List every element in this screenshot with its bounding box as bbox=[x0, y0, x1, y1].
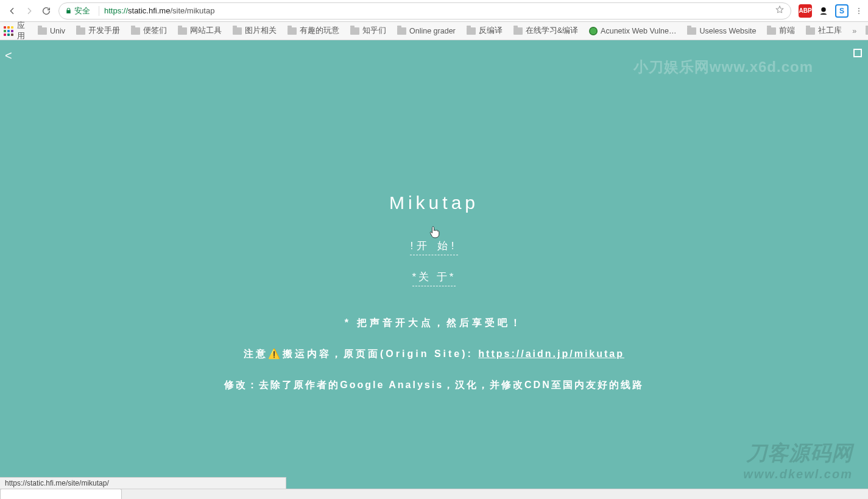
url-text: https://static.hfi.me/site/mikutap bbox=[104, 6, 214, 15]
folder-icon bbox=[866, 27, 868, 35]
svg-point-3 bbox=[858, 13, 859, 14]
bookmark-shegongku[interactable]: 社工库 bbox=[802, 24, 846, 38]
address-separator bbox=[99, 6, 99, 16]
os-taskbar bbox=[0, 489, 868, 499]
bookmarks-bar: 应用 Univ 开发手册 便签们 网站工具 图片相关 有趣的玩意 知乎们 Onl… bbox=[0, 22, 868, 40]
warning-icon: ⚠️ bbox=[268, 349, 283, 359]
folder-icon bbox=[767, 27, 776, 35]
hint-text: * 把声音开大点，然后享受吧！ bbox=[160, 317, 708, 330]
folder-icon bbox=[467, 27, 476, 35]
origin-link[interactable]: https://aidn.jp/mikutap bbox=[478, 349, 624, 359]
page-title: Mikutap bbox=[160, 193, 708, 213]
svg-point-2 bbox=[858, 10, 859, 12]
apps-label[interactable]: 应用 bbox=[17, 21, 25, 41]
bookmark-univ[interactable]: Univ bbox=[34, 25, 69, 37]
browser-menu-button[interactable] bbox=[853, 7, 864, 15]
kebab-icon bbox=[855, 7, 863, 15]
bookmark-online-learn[interactable]: 在线学习&编译 bbox=[509, 24, 582, 38]
folder-icon bbox=[288, 27, 297, 35]
extension-abp[interactable]: ABP bbox=[799, 4, 812, 18]
bookmark-notes[interactable]: 便签们 bbox=[127, 24, 171, 38]
bookmark-overflow[interactable]: » bbox=[852, 27, 856, 35]
bookmark-acunetix[interactable]: Acunetix Web Vulne… bbox=[585, 25, 680, 37]
bookmark-images[interactable]: 图片相关 bbox=[228, 24, 281, 38]
start-link[interactable]: !开 始! bbox=[410, 239, 457, 255]
folder-icon bbox=[178, 27, 187, 35]
extension-octotree[interactable] bbox=[817, 4, 830, 18]
bookmark-frontend[interactable]: 前端 bbox=[763, 24, 799, 38]
folder-icon bbox=[687, 27, 696, 35]
folder-icon bbox=[233, 27, 242, 35]
bookmark-useless-website[interactable]: Useless Website bbox=[683, 25, 760, 37]
lock-icon bbox=[65, 7, 72, 14]
bookmark-other-folder[interactable]: 其他书签 bbox=[861, 24, 868, 38]
folder-icon bbox=[397, 27, 406, 35]
browser-toolbar: 安全 https://static.hfi.me/site/mikutap AB… bbox=[0, 0, 868, 22]
extensions: ABP S bbox=[799, 4, 864, 18]
folder-icon bbox=[806, 27, 815, 35]
bookmark-zhihu[interactable]: 知乎们 bbox=[346, 24, 390, 38]
reload-button[interactable] bbox=[38, 2, 55, 19]
folder-icon bbox=[38, 27, 47, 35]
credit-text: 修改：去除了原作者的Google Analysis，汉化，并修改CDN至国内友好… bbox=[160, 379, 708, 392]
watermark-top: 小刀娱乐网www.x6d.com bbox=[633, 57, 813, 77]
extension-s[interactable]: S bbox=[835, 4, 849, 18]
folder-icon bbox=[513, 27, 523, 35]
head-icon bbox=[818, 5, 829, 16]
site-icon bbox=[589, 27, 598, 35]
forward-button[interactable] bbox=[21, 2, 38, 19]
secure-label: 安全 bbox=[74, 5, 90, 16]
folder-icon bbox=[131, 27, 140, 35]
watermark-bottom: 刀客源码网 www.dkewl.com bbox=[743, 439, 853, 481]
back-button[interactable] bbox=[4, 2, 21, 19]
folder-icon bbox=[76, 27, 85, 35]
page-back-icon[interactable]: < bbox=[5, 49, 12, 63]
bookmark-decompile[interactable]: 反编译 bbox=[462, 24, 507, 38]
bookmark-online-grader[interactable]: Online grader bbox=[393, 25, 460, 37]
address-bar[interactable]: 安全 https://static.hfi.me/site/mikutap bbox=[58, 2, 791, 19]
arrow-right-icon bbox=[24, 6, 34, 16]
bookmark-dev-manual[interactable]: 开发手册 bbox=[72, 24, 124, 38]
bookmark-fun[interactable]: 有趣的玩意 bbox=[283, 24, 344, 38]
main-content: Mikutap !开 始! *关 于* * 把声音开大点，然后享受吧！ 注意⚠️… bbox=[160, 193, 708, 392]
page-viewport: 小刀娱乐网www.x6d.com < Mikutap !开 始! *关 于* *… bbox=[0, 40, 868, 489]
folder-icon bbox=[350, 27, 359, 35]
apps-icon[interactable] bbox=[4, 26, 13, 36]
about-link[interactable]: *关 于* bbox=[412, 270, 456, 286]
reload-icon bbox=[41, 6, 51, 16]
fullscreen-icon[interactable] bbox=[853, 49, 862, 57]
bookmark-site-tools[interactable]: 网站工具 bbox=[174, 24, 226, 38]
bookmark-star-icon[interactable] bbox=[775, 5, 785, 16]
status-url: https://static.hfi.me/site/mikutap/ bbox=[5, 479, 109, 487]
status-bar: https://static.hfi.me/site/mikutap/ bbox=[0, 477, 286, 489]
origin-warning: 注意⚠️搬运内容，原页面(Origin Site): https://aidn.… bbox=[160, 348, 708, 361]
svg-point-0 bbox=[821, 7, 826, 12]
os-tab[interactable] bbox=[0, 489, 122, 499]
arrow-left-icon bbox=[7, 6, 17, 16]
svg-point-1 bbox=[858, 7, 859, 9]
